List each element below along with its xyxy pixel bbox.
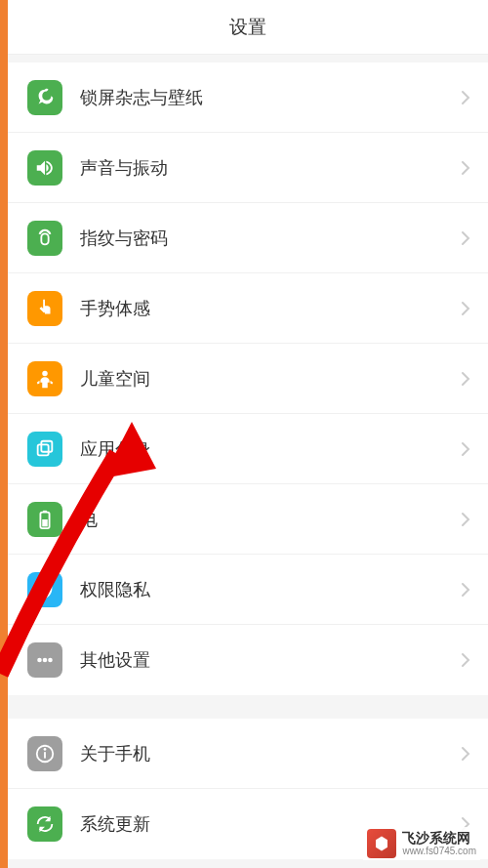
settings-header: 设置 xyxy=(8,0,488,55)
settings-item-label: 声音与振动 xyxy=(80,156,461,180)
more-icon xyxy=(27,642,62,678)
svg-rect-2 xyxy=(41,440,52,451)
svg-point-0 xyxy=(42,370,48,376)
settings-item-label: 锁屏杂志与壁纸 xyxy=(80,86,461,109)
svg-rect-4 xyxy=(43,510,47,512)
chevron-right-icon xyxy=(461,230,470,246)
watermark-logo-icon xyxy=(367,829,396,858)
settings-item-label: 电 xyxy=(80,508,461,531)
about-icon xyxy=(27,736,62,771)
gesture-icon xyxy=(27,291,62,326)
battery-icon xyxy=(27,502,62,537)
settings-section-1: 锁屏杂志与壁纸声音与振动指纹与密码手势体感儿童空间应用分身电权限隐私其他设置 xyxy=(8,62,488,695)
settings-item-fingerprint[interactable]: 指纹与密码 xyxy=(8,203,488,273)
watermark: 飞沙系统网 www.fs0745.com xyxy=(363,827,480,860)
settings-item-battery[interactable]: 电 xyxy=(8,484,488,555)
chevron-right-icon xyxy=(461,371,470,387)
svg-rect-10 xyxy=(44,752,46,758)
settings-item-about[interactable]: 关于手机 xyxy=(8,719,488,789)
settings-item-more[interactable]: 其他设置 xyxy=(8,625,488,695)
chevron-right-icon xyxy=(461,301,470,316)
settings-item-label: 关于手机 xyxy=(80,742,461,765)
settings-item-child[interactable]: 儿童空间 xyxy=(8,344,488,414)
wallpaper-icon xyxy=(27,80,62,115)
clone-icon xyxy=(27,432,62,467)
update-icon xyxy=(27,806,62,842)
settings-item-label: 儿童空间 xyxy=(80,367,461,391)
settings-item-label: 权限隐私 xyxy=(80,578,461,601)
svg-point-7 xyxy=(43,658,48,663)
chevron-right-icon xyxy=(461,652,470,668)
privacy-icon xyxy=(27,572,62,607)
fingerprint-icon xyxy=(27,221,62,256)
sound-icon xyxy=(27,150,62,186)
svg-point-8 xyxy=(48,658,53,663)
watermark-title: 飞沙系统网 xyxy=(402,830,476,847)
settings-item-label: 应用分身 xyxy=(80,437,461,461)
chevron-right-icon xyxy=(461,746,470,762)
settings-item-gesture[interactable]: 手势体感 xyxy=(8,273,488,344)
chevron-right-icon xyxy=(461,582,470,598)
child-icon xyxy=(27,361,62,396)
settings-item-privacy[interactable]: 权限隐私 xyxy=(8,555,488,625)
svg-point-6 xyxy=(37,658,42,663)
chevron-right-icon xyxy=(461,512,470,527)
settings-item-label: 其他设置 xyxy=(80,648,461,672)
chevron-right-icon xyxy=(461,90,470,105)
svg-rect-5 xyxy=(42,519,48,526)
settings-item-clone[interactable]: 应用分身 xyxy=(8,414,488,484)
page-title: 设置 xyxy=(229,15,266,40)
chevron-right-icon xyxy=(461,160,470,176)
watermark-url: www.fs0745.com xyxy=(402,846,476,857)
svg-rect-1 xyxy=(38,444,49,455)
settings-item-label: 指纹与密码 xyxy=(80,227,461,250)
settings-item-label: 手势体感 xyxy=(80,297,461,320)
chevron-right-icon xyxy=(461,441,470,457)
svg-point-11 xyxy=(44,748,47,751)
settings-item-wallpaper[interactable]: 锁屏杂志与壁纸 xyxy=(8,62,488,133)
settings-item-sound[interactable]: 声音与振动 xyxy=(8,133,488,203)
